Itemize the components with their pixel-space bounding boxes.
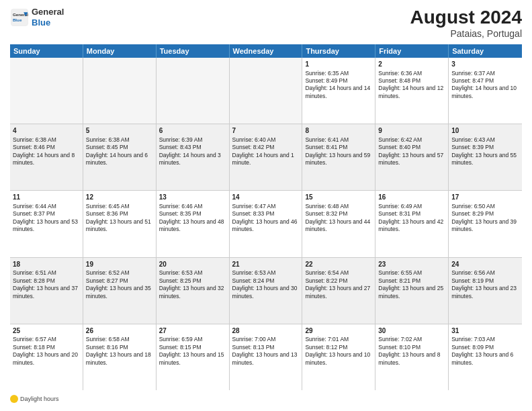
logo-blue-text: Blue bbox=[32, 17, 64, 28]
cal-cell: 25Sunrise: 6:57 AMSunset: 8:18 PMDayligh… bbox=[10, 324, 83, 390]
sunset-text: Sunset: 8:47 PM bbox=[451, 77, 519, 85]
cal-cell: 6Sunrise: 6:39 AMSunset: 8:43 PMDaylight… bbox=[157, 124, 230, 190]
sunset-text: Sunset: 8:37 PM bbox=[13, 210, 80, 218]
daylight-text: Daylight: 14 hours and 6 minutes. bbox=[86, 152, 153, 167]
cal-cell: 12Sunrise: 6:45 AMSunset: 8:36 PMDayligh… bbox=[83, 191, 157, 257]
daylight-text: Daylight: 14 hours and 8 minutes. bbox=[13, 152, 80, 167]
day-number: 18 bbox=[13, 260, 80, 269]
daylight-text: Daylight: 13 hours and 27 minutes. bbox=[305, 285, 372, 300]
cal-cell: 3Sunrise: 6:37 AMSunset: 8:47 PMDaylight… bbox=[449, 58, 522, 124]
cal-cell: 19Sunrise: 6:52 AMSunset: 8:27 PMDayligh… bbox=[83, 258, 157, 324]
sunset-text: Sunset: 8:21 PM bbox=[378, 277, 445, 285]
sunrise-text: Sunrise: 6:59 AM bbox=[159, 336, 226, 343]
day-number: 16 bbox=[378, 193, 445, 202]
daylight-text: Daylight: 13 hours and 35 minutes. bbox=[86, 285, 153, 300]
sunrise-text: Sunrise: 6:37 AM bbox=[451, 70, 519, 77]
svg-text:Blue: Blue bbox=[13, 17, 22, 22]
cal-cell: 16Sunrise: 6:49 AMSunset: 8:31 PMDayligh… bbox=[375, 191, 449, 257]
sunrise-text: Sunrise: 6:54 AM bbox=[305, 269, 372, 277]
cal-row-2: 4Sunrise: 6:38 AMSunset: 8:46 PMDaylight… bbox=[10, 124, 522, 191]
day-number: 12 bbox=[86, 193, 153, 202]
sunset-text: Sunset: 8:48 PM bbox=[378, 77, 445, 85]
cal-cell: 22Sunrise: 6:54 AMSunset: 8:22 PMDayligh… bbox=[302, 258, 375, 324]
sunset-text: Sunset: 8:36 PM bbox=[86, 210, 153, 218]
day-number: 24 bbox=[451, 260, 519, 269]
cal-cell: 29Sunrise: 7:01 AMSunset: 8:12 PMDayligh… bbox=[302, 324, 375, 390]
cal-cell bbox=[10, 58, 83, 124]
daylight-text: Daylight: 13 hours and 30 minutes. bbox=[232, 285, 300, 300]
day-number: 23 bbox=[378, 260, 445, 269]
cal-row-3: 11Sunrise: 6:44 AMSunset: 8:37 PMDayligh… bbox=[10, 191, 522, 257]
cal-cell: 20Sunrise: 6:53 AMSunset: 8:25 PMDayligh… bbox=[157, 258, 230, 324]
sunrise-text: Sunrise: 6:57 AM bbox=[13, 336, 80, 343]
title-block: August 2024 Pataias, Portugal bbox=[410, 7, 523, 39]
sunrise-text: Sunrise: 7:01 AM bbox=[305, 336, 372, 343]
sunset-text: Sunset: 8:32 PM bbox=[305, 210, 372, 218]
daylight-text: Daylight: 13 hours and 18 minutes. bbox=[86, 351, 153, 367]
sunset-text: Sunset: 8:12 PM bbox=[305, 344, 372, 351]
cal-cell: 27Sunrise: 6:59 AMSunset: 8:15 PMDayligh… bbox=[157, 324, 230, 390]
page: General Blue General Blue August 2024 Pa… bbox=[0, 0, 532, 411]
cal-cell: 17Sunrise: 6:50 AMSunset: 8:29 PMDayligh… bbox=[449, 191, 522, 257]
daylight-text: Daylight: 14 hours and 1 minute. bbox=[232, 152, 300, 167]
sunrise-text: Sunrise: 6:51 AM bbox=[13, 269, 80, 277]
sunrise-text: Sunrise: 6:40 AM bbox=[232, 136, 300, 144]
day-number: 10 bbox=[451, 126, 519, 136]
daylight-text: Daylight: 13 hours and 15 minutes. bbox=[159, 351, 226, 367]
sunrise-text: Sunrise: 6:53 AM bbox=[159, 269, 226, 277]
day-number: 20 bbox=[159, 260, 226, 269]
legend-item-daylight: Daylight hours bbox=[10, 395, 59, 403]
cal-cell: 13Sunrise: 6:46 AMSunset: 8:35 PMDayligh… bbox=[157, 191, 230, 257]
calendar-body: 1Sunrise: 6:35 AMSunset: 8:49 PMDaylight… bbox=[10, 58, 522, 390]
daylight-text: Daylight: 14 hours and 12 minutes. bbox=[378, 85, 445, 100]
daylight-text: Daylight: 13 hours and 57 minutes. bbox=[378, 152, 445, 167]
daylight-text: Daylight: 13 hours and 20 minutes. bbox=[13, 351, 80, 367]
legend: Daylight hours bbox=[10, 394, 522, 404]
cal-cell: 31Sunrise: 7:03 AMSunset: 8:09 PMDayligh… bbox=[449, 324, 522, 390]
sunrise-text: Sunrise: 6:38 AM bbox=[86, 136, 153, 144]
sunrise-text: Sunrise: 7:00 AM bbox=[232, 336, 300, 343]
cal-cell: 24Sunrise: 6:56 AMSunset: 8:19 PMDayligh… bbox=[449, 258, 522, 324]
sunset-text: Sunset: 8:41 PM bbox=[305, 144, 372, 151]
cal-cell bbox=[83, 58, 157, 124]
cal-row-5: 25Sunrise: 6:57 AMSunset: 8:18 PMDayligh… bbox=[10, 324, 522, 390]
sunrise-text: Sunrise: 6:46 AM bbox=[159, 203, 226, 210]
daylight-text: Daylight: 13 hours and 10 minutes. bbox=[305, 351, 372, 367]
sunrise-text: Sunrise: 6:35 AM bbox=[305, 70, 372, 77]
sunrise-text: Sunrise: 6:39 AM bbox=[159, 136, 226, 144]
day-number: 2 bbox=[378, 60, 445, 69]
cal-cell: 4Sunrise: 6:38 AMSunset: 8:46 PMDaylight… bbox=[10, 124, 83, 190]
day-number: 25 bbox=[13, 326, 80, 336]
day-number: 6 bbox=[159, 126, 226, 136]
sunset-text: Sunset: 8:10 PM bbox=[378, 344, 445, 351]
sun-icon bbox=[10, 395, 18, 403]
month-year: August 2024 bbox=[410, 7, 523, 28]
logo: General Blue General Blue bbox=[10, 7, 64, 28]
header-cell-wednesday: Wednesday bbox=[230, 44, 303, 58]
cal-cell: 14Sunrise: 6:47 AMSunset: 8:33 PMDayligh… bbox=[230, 191, 303, 257]
header: General Blue General Blue August 2024 Pa… bbox=[10, 7, 522, 39]
daylight-text: Daylight: 14 hours and 3 minutes. bbox=[159, 152, 226, 167]
header-cell-tuesday: Tuesday bbox=[157, 44, 230, 58]
location: Pataias, Portugal bbox=[410, 28, 523, 39]
day-number: 29 bbox=[305, 326, 372, 336]
cal-cell: 9Sunrise: 6:42 AMSunset: 8:40 PMDaylight… bbox=[375, 124, 449, 190]
cal-cell: 15Sunrise: 6:48 AMSunset: 8:32 PMDayligh… bbox=[302, 191, 375, 257]
daylight-text: Daylight: 13 hours and 13 minutes. bbox=[232, 351, 300, 367]
day-number: 28 bbox=[232, 326, 300, 336]
sunset-text: Sunset: 8:43 PM bbox=[159, 144, 226, 151]
sunset-text: Sunset: 8:45 PM bbox=[86, 144, 153, 151]
sunrise-text: Sunrise: 6:36 AM bbox=[378, 70, 445, 77]
header-cell-sunday: Sunday bbox=[10, 44, 83, 58]
cal-cell: 26Sunrise: 6:58 AMSunset: 8:16 PMDayligh… bbox=[83, 324, 157, 390]
daylight-text: Daylight: 13 hours and 37 minutes. bbox=[13, 285, 80, 300]
sunrise-text: Sunrise: 6:52 AM bbox=[86, 269, 153, 277]
day-number: 21 bbox=[232, 260, 300, 269]
day-number: 27 bbox=[159, 326, 226, 336]
cal-cell bbox=[157, 58, 230, 124]
cal-row-1: 1Sunrise: 6:35 AMSunset: 8:49 PMDaylight… bbox=[10, 58, 522, 124]
logo-general-text: General bbox=[32, 7, 64, 17]
sunrise-text: Sunrise: 6:38 AM bbox=[13, 136, 80, 144]
header-cell-thursday: Thursday bbox=[302, 44, 375, 58]
sunset-text: Sunset: 8:39 PM bbox=[451, 144, 519, 151]
